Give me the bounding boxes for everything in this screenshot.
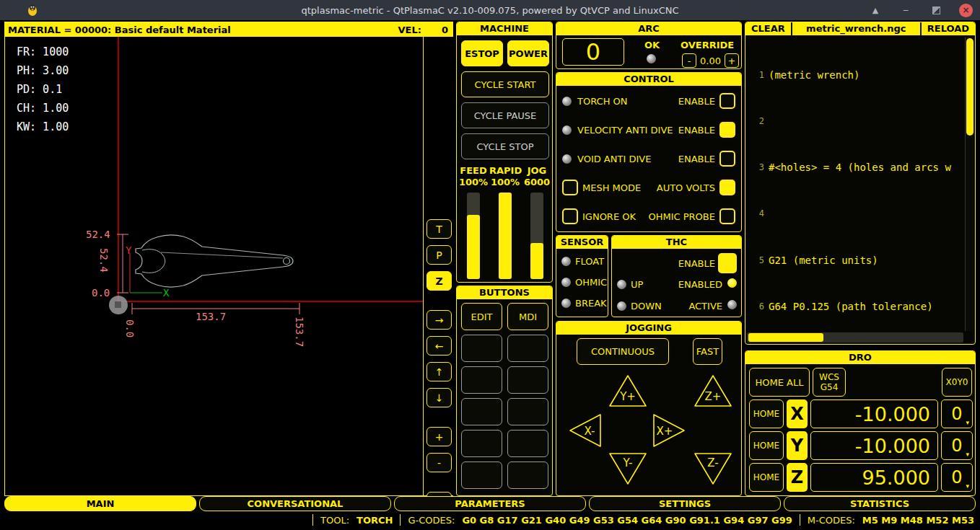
- estop-button[interactable]: ESTOP: [461, 40, 503, 66]
- power-button[interactable]: POWER: [507, 40, 549, 66]
- jog-z-plus-button[interactable]: Z+: [692, 373, 734, 409]
- ohmic-label: OHMIC: [575, 277, 607, 288]
- torch-enable-checkbox[interactable]: [719, 93, 735, 109]
- home-x-button[interactable]: HOME: [749, 399, 784, 428]
- machine-panel-title: MACHINE: [457, 22, 552, 35]
- wcs-button[interactable]: WCSG54: [813, 368, 846, 397]
- void-anti-dive-led: [562, 154, 572, 164]
- zero-z-button[interactable]: 0▾: [941, 463, 973, 492]
- user-button-4[interactable]: [507, 335, 548, 362]
- pan-left-button[interactable]: ←: [426, 336, 452, 355]
- velocity-label: VEL:: [398, 25, 421, 35]
- buttons-panel-title: BUTTONS: [457, 286, 552, 299]
- minimize-icon[interactable]: −: [898, 3, 913, 17]
- thc-active-led: [727, 300, 737, 309]
- tab-settings[interactable]: SETTINGS: [589, 496, 781, 511]
- zoom-in-button[interactable]: +: [426, 427, 452, 446]
- gcode-vscroll-thumb[interactable]: [966, 38, 974, 136]
- jog-z-minus-button[interactable]: Z-: [692, 451, 734, 487]
- view-p-button[interactable]: P: [426, 245, 452, 265]
- user-button-9[interactable]: [461, 430, 502, 457]
- feed-override-slider[interactable]: [467, 193, 480, 279]
- pan-up-button[interactable]: ↑: [426, 362, 452, 381]
- tab-conversational[interactable]: CONVERSATIONAL: [199, 496, 391, 511]
- preview-frame: MATERIAL = 00000: Basic default Material…: [4, 22, 453, 496]
- ignore-ok-label: IGNORE OK: [582, 211, 636, 222]
- mesh-mode-checkbox[interactable]: [562, 180, 578, 195]
- vad-enable-checkbox[interactable]: [719, 122, 735, 138]
- rollup-icon[interactable]: ▲: [868, 3, 883, 17]
- tab-main[interactable]: MAIN: [4, 496, 196, 511]
- dro-panel-title: DRO: [745, 351, 975, 364]
- gcode-text[interactable]: 1(metric wrench) 2 3#<holes> = 4 (holes …: [747, 37, 963, 331]
- dro-z-value: 95.000: [810, 463, 938, 492]
- void-enable-checkbox[interactable]: [719, 151, 735, 167]
- zero-x-button[interactable]: 0▾: [941, 399, 973, 428]
- gcode-hscroll-thumb[interactable]: [748, 333, 823, 342]
- cycle-stop-button[interactable]: CYCLE STOP: [461, 133, 549, 159]
- jog-label: JOG: [521, 165, 553, 176]
- override-minus-button[interactable]: -: [682, 53, 696, 68]
- close-icon[interactable]: ×: [959, 4, 973, 17]
- dim-x-zero: 0.0: [124, 319, 136, 337]
- view-z-button[interactable]: Z: [426, 271, 452, 291]
- main-tabs: MAIN CONVERSATIONAL PARAMETERS SETTINGS …: [4, 496, 976, 511]
- auto-volts-label: AUTO VOLTS: [657, 182, 715, 193]
- override-label: OVERRIDE: [681, 40, 734, 50]
- auto-volts-checkbox[interactable]: [719, 180, 735, 195]
- thc-enable-checkbox[interactable]: [718, 253, 737, 273]
- home-z-button[interactable]: HOME: [749, 463, 784, 492]
- user-button-7[interactable]: [461, 398, 502, 425]
- user-button-10[interactable]: [507, 430, 548, 457]
- jog-y-minus-button[interactable]: Y-: [607, 451, 649, 487]
- gcode-vertical-scrollbar[interactable]: [965, 37, 974, 331]
- jog-fast-button[interactable]: FAST: [693, 338, 722, 365]
- zoom-out-button[interactable]: -: [426, 453, 452, 472]
- gcode-clear-button[interactable]: CLEAR: [745, 22, 791, 35]
- rapid-value: 100%: [489, 177, 521, 187]
- zero-y-button[interactable]: 0▾: [941, 431, 973, 460]
- user-button-12[interactable]: [507, 461, 548, 489]
- dim-y-zero: 0.0: [92, 287, 110, 299]
- vad-enable-label: ENABLE: [678, 125, 715, 136]
- user-button-11[interactable]: [461, 461, 502, 489]
- thc-up-led: [617, 280, 626, 289]
- tool-value: TORCH: [356, 515, 393, 526]
- override-plus-button[interactable]: +: [725, 53, 739, 68]
- user-button-6[interactable]: [507, 366, 548, 394]
- gcode-reload-button[interactable]: RELOAD: [922, 22, 975, 35]
- gcode-preview[interactable]: FR: 1000 PH: 3.00 PD: 0.1 CH: 1.00 KW: 1…: [5, 37, 424, 495]
- cycle-pause-button[interactable]: CYCLE PAUSE: [461, 102, 549, 128]
- mdi-button[interactable]: MDI: [507, 303, 548, 330]
- thc-active-label: ACTIVE: [688, 301, 722, 312]
- user-button-5[interactable]: [461, 366, 502, 394]
- user-button-3[interactable]: [461, 335, 502, 362]
- dim-y-max: 52.4: [86, 229, 110, 240]
- main-content: MATERIAL = 00000: Basic default Material…: [0, 20, 980, 530]
- restore-icon[interactable]: [929, 3, 943, 17]
- user-button-8[interactable]: [507, 398, 548, 425]
- pan-down-button[interactable]: ↓: [426, 388, 452, 407]
- view-t-button[interactable]: T: [426, 219, 452, 239]
- jog-continuous-button[interactable]: CONTINUOUS: [577, 338, 669, 365]
- jog-speed-slider[interactable]: [530, 193, 543, 279]
- thc-down-label: DOWN: [631, 301, 662, 312]
- gcode-horizontal-scrollbar[interactable]: [747, 332, 963, 343]
- tab-statistics[interactable]: STATISTICS: [784, 496, 976, 511]
- home-y-button[interactable]: HOME: [749, 431, 784, 460]
- thc-enabled-led: [727, 278, 737, 288]
- jog-x-plus-button[interactable]: X+: [650, 412, 688, 449]
- edit-button[interactable]: EDIT: [461, 303, 502, 330]
- x0y0-button[interactable]: X0Y0: [942, 368, 972, 397]
- ignore-ok-checkbox[interactable]: [562, 208, 578, 224]
- material-selector[interactable]: MATERIAL = 00000: Basic default Material…: [5, 22, 452, 37]
- jog-x-minus-button[interactable]: X-: [566, 412, 604, 449]
- cycle-start-button[interactable]: CYCLE START: [461, 71, 549, 97]
- rapid-override-slider[interactable]: [499, 193, 512, 279]
- ohmic-probe-checkbox[interactable]: [719, 208, 735, 224]
- arc-ok-led: [647, 54, 656, 63]
- home-all-button[interactable]: HOME ALL: [749, 368, 810, 397]
- jog-y-plus-button[interactable]: Y+: [607, 373, 649, 409]
- tab-parameters[interactable]: PARAMETERS: [394, 496, 586, 511]
- pan-right-button[interactable]: →: [426, 310, 452, 330]
